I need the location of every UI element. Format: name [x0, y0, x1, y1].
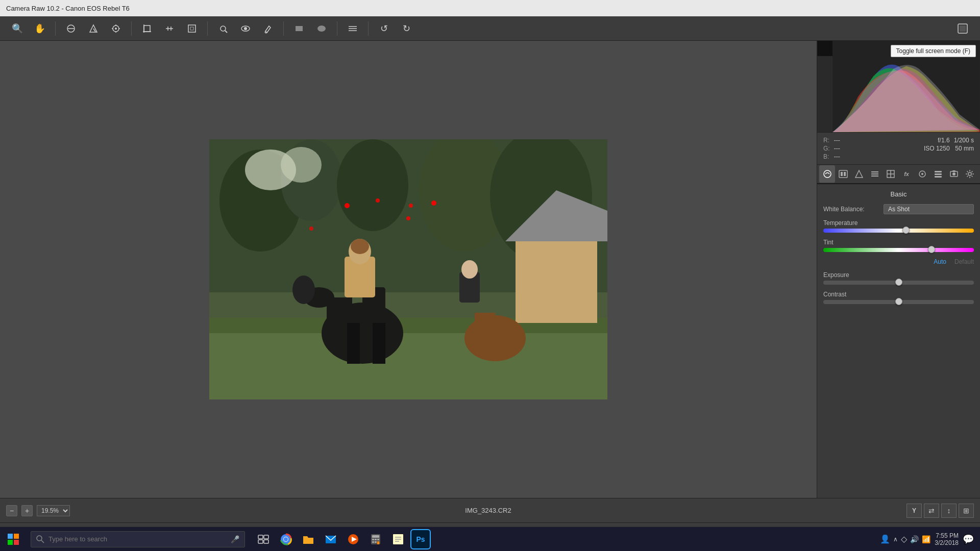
calc-icon[interactable]: [365, 529, 386, 549]
network-icon[interactable]: 📶: [922, 535, 930, 543]
search-input[interactable]: [48, 535, 227, 543]
adjustment-brush-tool[interactable]: [259, 19, 277, 38]
svg-point-51: [351, 239, 369, 254]
tab-settings[interactable]: [962, 165, 978, 183]
expand-tray-icon[interactable]: ∧: [893, 536, 898, 543]
white-balance-row: White Balance: As Shot: [823, 204, 974, 214]
svg-line-19: [225, 31, 227, 33]
full-screen-btn[interactable]: [953, 19, 972, 38]
clock[interactable]: 7:55 PM 3/2/2018: [935, 532, 959, 546]
b-value: ---: [834, 153, 840, 160]
svg-rect-40: [516, 241, 597, 323]
svg-rect-46: [347, 323, 360, 364]
svg-point-18: [220, 26, 226, 31]
crop-tool[interactable]: [138, 19, 156, 38]
mail-icon[interactable]: [321, 529, 341, 549]
tab-tone-curve[interactable]: [851, 165, 867, 183]
exposure-thumb[interactable]: [895, 279, 902, 286]
view-single-btn[interactable]: ↕: [941, 504, 957, 518]
rotate-ccw[interactable]: ↺: [375, 19, 393, 38]
ellipse-mask[interactable]: [312, 19, 331, 38]
tint-row: Tint: [823, 239, 974, 252]
tab-basic[interactable]: [819, 165, 835, 183]
volume-icon[interactable]: 🔊: [910, 535, 919, 543]
canvas-filename: IMG_3243.CR2: [74, 507, 902, 514]
target-adjustment-tool[interactable]: [107, 19, 125, 38]
g-label: G:: [823, 145, 830, 152]
photo-canvas: [209, 139, 607, 399]
svg-rect-103: [375, 539, 377, 540]
toolbar: 🔍 ✋ ↺ ↻: [0, 16, 980, 41]
wb-dropdown[interactable]: As Shot: [884, 204, 974, 214]
svg-rect-78: [935, 173, 942, 175]
view-buttons: Y ⇄ ↕ ⊞: [906, 504, 974, 518]
svg-rect-45: [373, 323, 385, 364]
svg-rect-65: [839, 170, 847, 178]
contrast-thumb[interactable]: [895, 298, 902, 305]
rectangle-mask[interactable]: [290, 19, 308, 38]
task-view-btn[interactable]: [253, 529, 274, 549]
wb-label: White Balance:: [823, 206, 879, 213]
zoom-plus-btn[interactable]: +: [21, 505, 33, 516]
bottom-bar: − + 19.5% 25% 50% 100% Fit IMG_3243.CR2 …: [0, 498, 980, 522]
chrome-icon[interactable]: [276, 529, 296, 549]
svg-point-33: [337, 139, 408, 231]
zoom-tool[interactable]: 🔍: [8, 19, 27, 38]
aperture-value: f/1.6: [924, 137, 950, 144]
svg-rect-93: [264, 540, 268, 543]
notifications-icon[interactable]: 💬: [963, 534, 974, 545]
white-balance-tool[interactable]: [62, 19, 80, 38]
ps-icon[interactable]: Ps: [410, 529, 431, 549]
tab-snapshots[interactable]: [946, 165, 962, 183]
svg-rect-62: [817, 41, 832, 56]
temperature-slider[interactable]: [823, 229, 974, 233]
zoom-minus-btn[interactable]: −: [6, 505, 17, 516]
tool-separator-6: [368, 21, 369, 36]
rotate-cw[interactable]: ↻: [397, 19, 415, 38]
graduated-filter[interactable]: [344, 19, 362, 38]
tab-split-toning[interactable]: [883, 165, 898, 183]
svg-rect-85: [14, 534, 19, 539]
contrast-slider[interactable]: [823, 300, 974, 304]
tab-effects[interactable]: fx: [898, 165, 914, 183]
tint-slider[interactable]: [823, 248, 974, 252]
hand-tool[interactable]: ✋: [31, 19, 49, 38]
svg-rect-105: [372, 541, 374, 543]
tab-hsl[interactable]: [867, 165, 883, 183]
spot-removal-tool[interactable]: [214, 19, 232, 38]
explorer-icon[interactable]: [298, 529, 318, 549]
tab-presets[interactable]: [930, 165, 946, 183]
zoom-select[interactable]: 19.5% 25% 50% 100% Fit: [37, 505, 70, 516]
view-y-btn[interactable]: Y: [906, 504, 922, 518]
view-grid-btn[interactable]: ⊞: [959, 504, 974, 518]
straighten-tool[interactable]: [160, 19, 179, 38]
start-button[interactable]: [0, 527, 27, 552]
tint-thumb[interactable]: [928, 246, 935, 253]
people-icon[interactable]: 👤: [880, 534, 890, 544]
red-eye-tool[interactable]: [236, 19, 255, 38]
svg-rect-86: [8, 540, 13, 545]
view-compare-btn[interactable]: ⇄: [924, 504, 939, 518]
focal-value: 50 mm: [954, 145, 974, 152]
default-button[interactable]: Default: [954, 258, 974, 265]
svg-rect-55: [475, 313, 495, 343]
tab-filmstrip[interactable]: [835, 165, 851, 183]
temperature-row: Temperature: [823, 219, 974, 233]
exposure-slider[interactable]: [823, 281, 974, 285]
auto-button[interactable]: Auto: [934, 258, 946, 265]
dropbox-icon[interactable]: ◇: [901, 534, 907, 544]
tab-camera-calibration[interactable]: [915, 165, 930, 183]
search-bar[interactable]: 🎤: [31, 531, 245, 547]
svg-rect-107: [377, 541, 379, 544]
color-sampler-tool[interactable]: [84, 19, 103, 38]
svg-point-81: [952, 172, 955, 176]
taskbar-app-icons: Ps: [249, 529, 435, 549]
svg-rect-16: [188, 25, 195, 32]
svg-point-58: [409, 204, 413, 208]
auto-default-row: Auto Default: [823, 258, 974, 265]
temperature-thumb[interactable]: [902, 227, 910, 234]
media-player-icon[interactable]: [343, 529, 363, 549]
notes-icon[interactable]: [388, 529, 408, 549]
canvas-area: [0, 41, 817, 498]
transform-tool[interactable]: [183, 19, 201, 38]
